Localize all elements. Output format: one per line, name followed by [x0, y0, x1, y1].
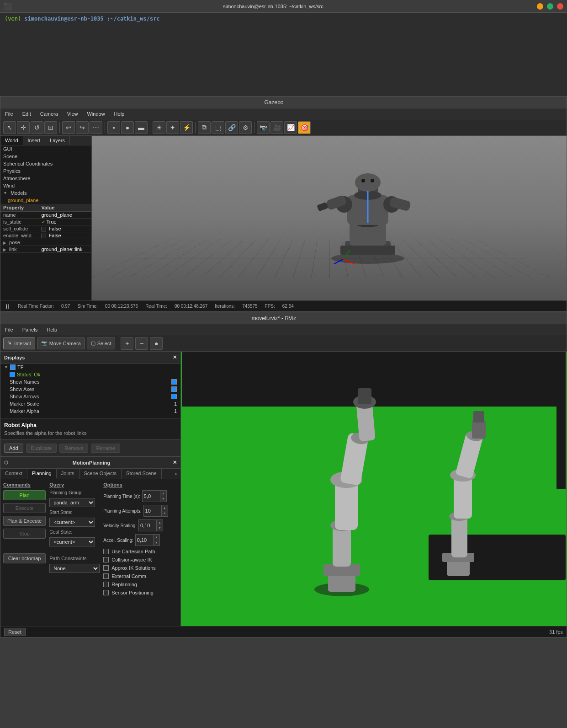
mp-replanning-checkbox[interactable]: [103, 582, 109, 587]
gz-tool-scale[interactable]: ⊡: [44, 121, 57, 134]
mp-pa-down[interactable]: ▼: [162, 511, 168, 516]
mp-as-field[interactable]: [136, 537, 153, 543]
gazebo-menu-view[interactable]: View: [65, 110, 80, 118]
rviz-reset-btn[interactable]: Reset: [4, 628, 26, 636]
mp-external-comm-checkbox[interactable]: [103, 573, 109, 579]
mp-as-down[interactable]: ▼: [154, 540, 159, 546]
gz-tool-copy[interactable]: ⧉: [198, 121, 211, 134]
shownames-checkbox[interactable]: [171, 379, 177, 385]
gz-tree-groundplane[interactable]: ground_plane: [0, 197, 91, 204]
terminal-maximize-btn[interactable]: [547, 3, 553, 10]
prop-row-link[interactable]: ▶ link ground_plane::link: [0, 246, 91, 253]
gazebo-menu-camera[interactable]: Camera: [38, 110, 60, 118]
displays-close-btn[interactable]: ✕: [173, 354, 177, 360]
mp-tab-joints[interactable]: Joints: [57, 469, 79, 479]
mp-goal-state-select[interactable]: <current>: [49, 537, 95, 546]
mp-velocity-input[interactable]: ▲ ▼: [138, 519, 163, 531]
mp-pt-down[interactable]: ▼: [160, 496, 166, 502]
gz-tool-undo[interactable]: ↩: [62, 121, 75, 134]
rviz-tool-movecamera[interactable]: 📷 Move Camera: [37, 337, 85, 349]
gz-tree-models[interactable]: ▼ Models: [0, 189, 91, 197]
mp-cartesian-checkbox[interactable]: [103, 549, 109, 554]
terminal-minimize-btn[interactable]: [537, 3, 543, 10]
terminal-close-btn[interactable]: [557, 3, 563, 10]
gazebo-menu-file[interactable]: File: [3, 110, 15, 118]
mp-vs-field[interactable]: [139, 522, 156, 529]
mp-execute-btn[interactable]: Execute: [3, 503, 46, 513]
gz-tool-light3[interactable]: ⚡: [180, 121, 193, 134]
gz-tree-gui[interactable]: GUI: [0, 145, 91, 153]
gz-tool-screenshot[interactable]: 📷: [257, 121, 270, 134]
rviz-menu-panels[interactable]: Panels: [21, 326, 40, 333]
gz-tree-spherical[interactable]: Spherical Coordinates: [0, 160, 91, 167]
mp-planning-attempts-input[interactable]: ▲ ▼: [143, 505, 168, 517]
mp-plan-btn[interactable]: Plan: [3, 490, 46, 500]
gz-tool-redo[interactable]: ↪: [76, 121, 89, 134]
showarrows-checkbox[interactable]: [171, 394, 177, 399]
displays-add-btn[interactable]: Add: [4, 444, 23, 453]
gz-tab-world[interactable]: World: [0, 136, 23, 145]
gz-tool-box[interactable]: ▪: [107, 121, 120, 134]
mp-start-state-select[interactable]: <current>: [49, 518, 95, 527]
gazebo-menu-window[interactable]: Window: [85, 110, 106, 118]
rviz-menu-file[interactable]: File: [3, 326, 15, 333]
mp-accel-input[interactable]: ▲ ▼: [135, 534, 160, 546]
showaxes-checkbox[interactable]: [171, 386, 177, 392]
gz-tree-atmosphere[interactable]: Atmosphere: [0, 175, 91, 182]
rviz-tool-add[interactable]: +: [121, 337, 133, 350]
display-item-tf[interactable]: ▼ TF: [0, 364, 180, 371]
gz-tab-insert[interactable]: Insert: [23, 136, 46, 145]
mp-clear-octomap-btn[interactable]: Clear octomap: [3, 553, 46, 563]
mp-pt-up[interactable]: ▲: [160, 491, 166, 496]
mp-tab-sceneobjects[interactable]: Scene Objects: [79, 469, 122, 479]
rviz-tool-remove[interactable]: −: [135, 337, 148, 350]
gz-tree-wind[interactable]: Wind: [0, 182, 91, 189]
mp-approx-ik-checkbox[interactable]: [103, 565, 109, 571]
gz-pause-btn[interactable]: ⏸: [4, 303, 11, 310]
gazebo-menu-help[interactable]: Help: [112, 110, 127, 118]
gz-tool-light1[interactable]: ☀: [153, 121, 165, 134]
gazebo-menu-edit[interactable]: Edit: [21, 110, 33, 118]
gz-tree-physics[interactable]: Physics: [0, 167, 91, 175]
mp-close-btn[interactable]: ✕: [173, 460, 177, 466]
mp-path-constraints-select[interactable]: None: [49, 564, 100, 573]
mp-vs-up[interactable]: ▲: [157, 520, 163, 525]
terminal-content[interactable]: (ven) simonchauvin@esr-nb-1035 :~/catkin…: [0, 13, 567, 96]
gz-tool-active[interactable]: 🎯: [298, 121, 311, 134]
gz-tool-light2[interactable]: ✦: [166, 121, 179, 134]
mp-planning-time-input[interactable]: ▲ ▼: [142, 490, 167, 502]
mp-tab-planning[interactable]: Planning: [27, 469, 57, 479]
gz-tool-link1[interactable]: 🔗: [225, 121, 238, 134]
gazebo-viewport[interactable]: [92, 136, 567, 300]
rviz-tool-interact[interactable]: 🖱 Interact: [3, 337, 35, 349]
tf-checkbox[interactable]: [10, 364, 16, 370]
prop-row-pose[interactable]: ▶ pose: [0, 239, 91, 246]
mp-plan-execute-btn[interactable]: Plan & Execute: [3, 516, 46, 526]
gz-tool-sphere[interactable]: ●: [121, 121, 134, 134]
rviz-tool-config[interactable]: ●: [150, 337, 163, 350]
mp-stop-btn[interactable]: Stop: [3, 529, 46, 539]
displays-duplicate-btn[interactable]: Duplicate: [26, 444, 57, 453]
rviz-menu-help[interactable]: Help: [45, 326, 59, 333]
status-checkbox[interactable]: [10, 372, 15, 377]
gz-tool-plot[interactable]: 📈: [284, 121, 297, 134]
displays-remove-btn[interactable]: Remove: [59, 444, 88, 453]
mp-tab-more[interactable]: »: [172, 469, 180, 479]
gz-tool-translate[interactable]: ✛: [17, 121, 30, 134]
mp-planning-group-select[interactable]: panda_arm: [49, 498, 95, 507]
gz-tool-select[interactable]: ↖: [3, 121, 16, 134]
mp-pa-up[interactable]: ▲: [162, 505, 168, 511]
mp-collision-ik-checkbox[interactable]: [103, 557, 109, 562]
gz-tool-link2[interactable]: ⚙: [239, 121, 252, 134]
mp-sensor-pos-checkbox[interactable]: [103, 590, 109, 595]
mp-pa-field[interactable]: [144, 508, 161, 514]
gz-tree-scene[interactable]: Scene: [0, 153, 91, 160]
mp-vs-down[interactable]: ▼: [157, 525, 163, 531]
mp-pt-field[interactable]: [143, 493, 160, 499]
rviz-viewport[interactable]: [181, 352, 567, 626]
gz-tab-layers[interactable]: Layers: [45, 136, 70, 145]
gz-tool-step[interactable]: ⋯: [90, 121, 102, 134]
gz-tool-rotate[interactable]: ↺: [31, 121, 43, 134]
gz-tool-paste[interactable]: ⬚: [212, 121, 224, 134]
mp-as-up[interactable]: ▲: [154, 535, 159, 540]
